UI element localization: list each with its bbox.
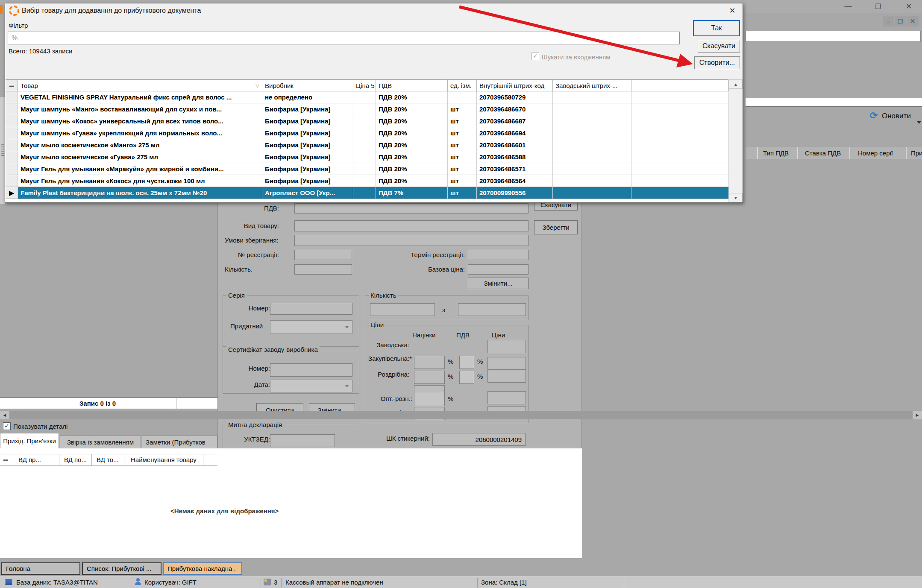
refresh-button[interactable]: Оновити	[882, 112, 911, 120]
right-col-vat-type[interactable]: Тип ПДВ	[763, 149, 789, 157]
right-col-pri[interactable]: При	[911, 149, 922, 157]
series-groupbox: Серія Номер: Придатний	[223, 295, 359, 347]
scroll-down-icon[interactable]: ▼	[729, 193, 743, 202]
refresh-icon[interactable]: ⟳	[868, 110, 879, 121]
row-indicator	[6, 151, 18, 163]
close-window-icon[interactable]: ✕	[901, 1, 917, 12]
details-col-vd-to[interactable]: ВД то...	[97, 456, 119, 463]
mdi-minimize-button[interactable]: –	[883, 16, 894, 26]
cell-factory-barcode	[553, 175, 631, 187]
change-button[interactable]: Змінити...	[468, 278, 529, 289]
taskbar-tab-list[interactable]: Список: Прибуткові ...	[82, 562, 161, 575]
col-price5[interactable]: Ціна 5	[353, 80, 376, 91]
sticker-barcode-field[interactable]: 2060000201409	[432, 433, 526, 446]
cell-price5	[353, 127, 376, 139]
table-row[interactable]: Mayur шампунь «Гуава» укрепляющий для но…	[6, 127, 728, 139]
table-row[interactable]: Mayur шампунь «Манго» востанавливающий д…	[6, 103, 728, 115]
cell-product: VEGETAL FINISHING SPRAY Натуральний фикс…	[18, 91, 262, 103]
purchase-vat-field[interactable]	[459, 356, 474, 369]
taskbar-tab-home[interactable]: Головна	[1, 562, 80, 575]
cell-unit: шт	[448, 115, 477, 127]
cell-product: Mayur мыло косметическое «Манго» 275 мл	[18, 139, 262, 151]
cell-vat: ПДВ 20%	[376, 115, 448, 127]
table-row[interactable]: ▶ Family Plast бактерицидни на шолк. осн…	[6, 187, 728, 199]
retail-markup-field[interactable]	[414, 371, 445, 384]
wholesale-field[interactable]	[414, 393, 445, 406]
scroll-left-icon[interactable]: ◄	[0, 411, 9, 419]
tab-order-check[interactable]: Звірка із замовленням	[60, 436, 141, 448]
table-row[interactable]: Mayur Гель для умывания «Маракуйя» для ж…	[6, 163, 728, 175]
col-product[interactable]: Товар▽	[18, 80, 262, 91]
storage-field[interactable]	[294, 235, 529, 246]
col-manufacturer[interactable]: Виробник	[262, 80, 353, 91]
details-col-product-name[interactable]: Найменування товару	[131, 456, 197, 463]
restore-icon[interactable]: ❐	[871, 1, 885, 12]
details-col-vd-po[interactable]: ВД по...	[64, 456, 87, 463]
table-row[interactable]: VEGETAL FINISHING SPRAY Натуральний фикс…	[6, 91, 728, 103]
cell-price5	[353, 175, 376, 187]
scroll-right-icon[interactable]: ►	[913, 411, 922, 419]
reg-no-field[interactable]	[294, 250, 352, 260]
col-internal-barcode[interactable]: Внутрішній штрих-код	[477, 80, 553, 91]
horizontal-scrollbar[interactable]: ◄ ►	[0, 411, 922, 419]
qty-field-1[interactable]	[370, 303, 435, 316]
mdi-close-button[interactable]: ✕	[907, 16, 919, 26]
product-type-field[interactable]	[294, 220, 529, 231]
cell-unit: шт	[448, 175, 477, 187]
refresh-dropdown-icon[interactable]	[917, 118, 921, 126]
factory-price-field[interactable]	[487, 340, 526, 353]
product-table-body: VEGETAL FINISHING SPRAY Натуральний фикс…	[6, 91, 728, 199]
table-row[interactable]: Mayur шампунь «Кокос» универсальный для …	[6, 115, 728, 127]
dialog-title: Вибір товару для додавання до прибутково…	[22, 7, 201, 15]
right-col-vat-rate[interactable]: Ставка ПДВ	[805, 149, 841, 157]
purchase-price-field[interactable]	[487, 357, 526, 370]
table-row[interactable]: Mayur мыло косметическое «Манго» 275 мл …	[6, 139, 728, 151]
filter-funnel-icon[interactable]: ▽	[255, 82, 259, 88]
series-valid-combobox[interactable]	[270, 320, 352, 334]
col-unit[interactable]: ед. ізм.	[448, 80, 477, 91]
create-button[interactable]: Створити...	[694, 56, 740, 69]
col-factory-barcode[interactable]: Заводський штрих-...	[553, 80, 631, 91]
purchase-markup-field[interactable]	[414, 356, 445, 369]
top-right-input[interactable]	[746, 31, 921, 42]
row-indicator	[6, 139, 18, 151]
grid-lines-icon	[6, 80, 18, 91]
prices-groupbox: Ціни Націнки ПДВ Ціни Заводська: Закупів…	[365, 325, 529, 423]
cell-vat: ПДВ 20%	[376, 151, 448, 163]
right-col-series-no[interactable]: Номер серії	[858, 149, 893, 157]
table-vscrollbar[interactable]: ▲ ▼	[728, 79, 743, 202]
cancel-button[interactable]: Скасувати	[698, 40, 740, 53]
table-row[interactable]: Mayur Гель для умывания «Кокос» для чуст…	[6, 175, 728, 187]
retail-price-field[interactable]	[487, 369, 526, 383]
cell-filler	[631, 175, 728, 187]
mdi-restore-button[interactable]: ❐	[895, 16, 906, 26]
taskbar-tab-receipt-invoice[interactable]: Прибуткова накладна .	[163, 562, 242, 575]
col-vat[interactable]: ПДВ	[376, 80, 448, 91]
vat-field[interactable]	[294, 203, 529, 214]
factory-cert-number-field[interactable]	[270, 363, 352, 377]
scroll-up-icon[interactable]: ▲	[729, 79, 743, 89]
series-group-title: Серія	[226, 292, 247, 299]
details-col-vd-pr[interactable]: ВД пр...	[18, 456, 41, 463]
quantity-field[interactable]	[294, 264, 352, 275]
form-save-button[interactable]: Зберегти	[534, 220, 578, 234]
close-icon[interactable]: ✕	[725, 5, 740, 16]
tab-notes[interactable]: Заметки (Прибутков	[142, 436, 217, 448]
factory-cert-date-combobox[interactable]	[270, 380, 352, 392]
cell-manufacturer: Биофарма [Украина]	[262, 139, 353, 151]
filter-input[interactable]: %	[8, 32, 680, 44]
minimize-icon[interactable]: —	[841, 1, 855, 12]
tab-receipt-links[interactable]: Прихід. Прив'язки	[0, 433, 59, 448]
series-number-field[interactable]	[270, 303, 352, 315]
base-price-field[interactable]	[468, 264, 529, 275]
search-entry-checkbox[interactable]: ✓	[531, 53, 539, 60]
table-row[interactable]: Mayur мыло косметическое «Гуава» 275 мл …	[6, 151, 728, 163]
uktzed-field[interactable]	[270, 434, 335, 447]
show-details-checkbox[interactable]: ✓	[3, 422, 11, 430]
reg-term-field[interactable]	[468, 250, 529, 260]
retail-vat-field[interactable]	[459, 371, 474, 384]
cell-internal-barcode: 2070396486564	[477, 175, 553, 187]
ok-button[interactable]: Так	[693, 20, 740, 36]
qty-field-2[interactable]	[458, 303, 526, 316]
wholesale-price-field[interactable]	[487, 391, 526, 404]
